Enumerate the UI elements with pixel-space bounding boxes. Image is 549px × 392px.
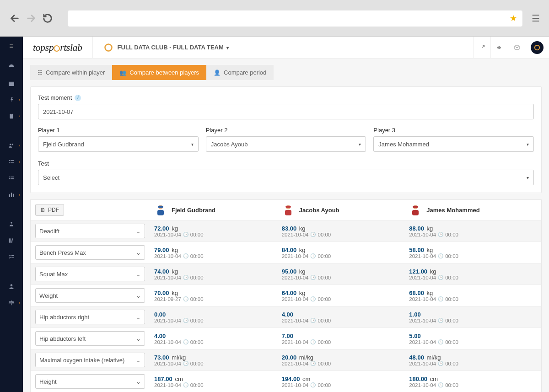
rail-item-list2[interactable]	[0, 170, 23, 187]
clock-icon: 🕒	[438, 361, 443, 366]
player2-select[interactable]: Jacobs Ayoub▾	[206, 136, 366, 152]
player1-label: Player 1	[38, 127, 199, 134]
tab-within-player[interactable]: ☷ Compare within player	[30, 65, 112, 80]
app-header: topsprtslab FULL DATA CLUB - FULL DATA T…	[23, 37, 549, 59]
rail-item-community[interactable]	[0, 216, 23, 232]
svg-rect-18	[9, 194, 10, 197]
svg-rect-20	[13, 194, 14, 197]
rail-item-tasks[interactable]	[0, 249, 23, 265]
player3-select[interactable]: James Mohammed▾	[373, 136, 534, 152]
test-select-main[interactable]: Select▾	[38, 170, 534, 185]
chevron-down-icon: ⌄	[136, 335, 141, 342]
test-row-select[interactable]: Maximal oxygen intake (relative)⌄	[35, 353, 145, 367]
clock-icon: 🕒	[183, 232, 188, 237]
test-moment-input[interactable]: 2021-10-07	[38, 104, 534, 119]
rail-item-team[interactable]: ›	[0, 137, 23, 154]
svg-rect-14	[9, 177, 10, 177]
test-row-select[interactable]: Squat Max⌄	[35, 267, 145, 281]
player-header-1: Fjeld Gudbrand	[154, 204, 282, 216]
chevron-down-icon: ⌄	[136, 249, 141, 256]
clock-icon: 🕒	[438, 296, 443, 301]
clock-icon: 🕒	[438, 253, 443, 258]
bookmark-star-icon[interactable]: ★	[510, 13, 517, 23]
back-button[interactable]	[9, 13, 20, 24]
svg-rect-22	[9, 238, 10, 242]
rail-item-activity[interactable]: ›	[0, 91, 23, 108]
value-cell: 74.00 kg2021-10-04🕒00:00	[154, 268, 282, 280]
value-cell: 79.00 kg2021-10-04🕒00:00	[154, 247, 282, 259]
svg-rect-36	[157, 210, 164, 215]
value-cell: 48.00 ml/kg2021-10-04🕒00:00	[409, 354, 537, 366]
browser-menu-icon[interactable]: ☰	[532, 13, 540, 24]
test-row-select[interactable]: Height⌄	[35, 374, 145, 389]
user-avatar[interactable]	[531, 41, 544, 54]
url-bar[interactable]: ★	[68, 10, 522, 27]
tab-compare-period[interactable]: 👤 Compare period	[206, 65, 274, 80]
value-cell: 180.00 cm2021-10-04🕒00:00	[409, 376, 537, 388]
value-cell: 194.00 cm2021-10-04🕒00:00	[282, 376, 409, 388]
info-icon[interactable]: i	[75, 95, 81, 101]
clock-icon: 🕒	[438, 232, 443, 237]
clock-icon: 🕒	[310, 318, 316, 323]
clock-icon: 🕒	[438, 339, 443, 344]
pdf-export-button[interactable]: 🗎 PDF	[35, 204, 64, 216]
club-selector[interactable]: FULL DATA CLUB - FULL DATA TEAM▾	[118, 44, 229, 51]
rail-item-balance[interactable]: ›	[0, 295, 23, 311]
test-row-select[interactable]: Hip abductors right⌄	[35, 310, 145, 324]
content-area: ☷ Compare within player 👥 Compare betwee…	[23, 59, 549, 392]
svg-rect-12	[9, 162, 10, 163]
clock-icon: 🕒	[183, 361, 188, 366]
svg-rect-15	[11, 177, 14, 177]
value-cell: 187.00 cm2021-10-04🕒00:00	[154, 376, 282, 388]
svg-rect-10	[9, 160, 10, 161]
chevron-down-icon: ⌄	[136, 314, 141, 321]
svg-rect-24	[11, 238, 13, 242]
app-logo[interactable]: topsprtslab	[23, 37, 93, 58]
test-row-select[interactable]: Hip abductors left⌄	[35, 331, 145, 346]
tab-between-players[interactable]: 👥 Compare between players	[112, 65, 206, 80]
svg-rect-37	[158, 206, 163, 208]
document-icon: 🗎	[40, 207, 46, 213]
rail-item-list1[interactable]: ›	[0, 154, 23, 170]
table-row: Deadlift⌄72.00 kg2021-10-04🕒00:0083.00 k…	[31, 220, 541, 242]
clock-icon: 🕒	[310, 339, 316, 344]
chevron-down-icon: ⌄	[136, 357, 141, 364]
rail-item-library[interactable]	[0, 232, 23, 249]
test-row-select[interactable]: Weight⌄	[35, 288, 145, 303]
rail-toggle-icon[interactable]: ≡	[9, 42, 13, 50]
forward-button[interactable]	[26, 13, 37, 24]
svg-point-21	[11, 222, 12, 224]
value-cell: 83.00 kg2021-10-04🕒00:00	[282, 225, 409, 237]
svg-rect-19	[11, 193, 12, 197]
reload-button[interactable]	[42, 13, 53, 24]
clock-icon: 🕒	[183, 253, 188, 258]
table-row: Hip abductors right⌄0.002021-10-04🕒00:00…	[31, 306, 541, 328]
value-cell: 7.002021-10-04🕒00:00	[282, 333, 409, 345]
svg-point-8	[10, 144, 11, 145]
rail-item-profile[interactable]	[0, 278, 23, 295]
rail-item-clipboard[interactable]: ›	[0, 108, 23, 124]
value-cell: 5.002021-10-04🕒00:00	[409, 333, 537, 345]
header-expand-icon[interactable]	[473, 37, 490, 59]
filter-panel: Test moment i 2021-10-07 Player 1 Fjeld …	[30, 86, 542, 193]
rail-item-stats[interactable]: ›	[0, 187, 23, 203]
test-label: Test	[38, 160, 534, 167]
player2-label: Player 2	[206, 127, 366, 134]
clock-icon: 🕒	[183, 275, 188, 280]
table-row: Maximal oxygen intake (relative)⌄73.00 m…	[31, 349, 541, 371]
svg-point-27	[11, 284, 13, 286]
rail-item-calendar[interactable]	[0, 75, 23, 91]
value-cell: 121.00 kg2021-10-04🕒00:00	[409, 268, 537, 280]
rail-item-dashboard[interactable]	[0, 59, 23, 75]
player1-select[interactable]: Fjeld Gudbrand▾	[38, 136, 199, 152]
test-row-select[interactable]: Deadlift⌄	[35, 224, 145, 238]
value-cell: 0.002021-10-04🕒00:00	[154, 311, 282, 323]
header-announce-icon[interactable]	[490, 37, 508, 59]
compare-tabs: ☷ Compare within player 👥 Compare betwee…	[30, 65, 542, 80]
svg-point-30	[54, 46, 59, 51]
test-row-select[interactable]: Bench Press Max⌄	[35, 245, 145, 260]
header-mail-icon[interactable]	[508, 37, 525, 59]
svg-point-5	[11, 97, 12, 98]
svg-point-34	[535, 45, 540, 50]
clock-icon: 🕒	[310, 382, 316, 387]
